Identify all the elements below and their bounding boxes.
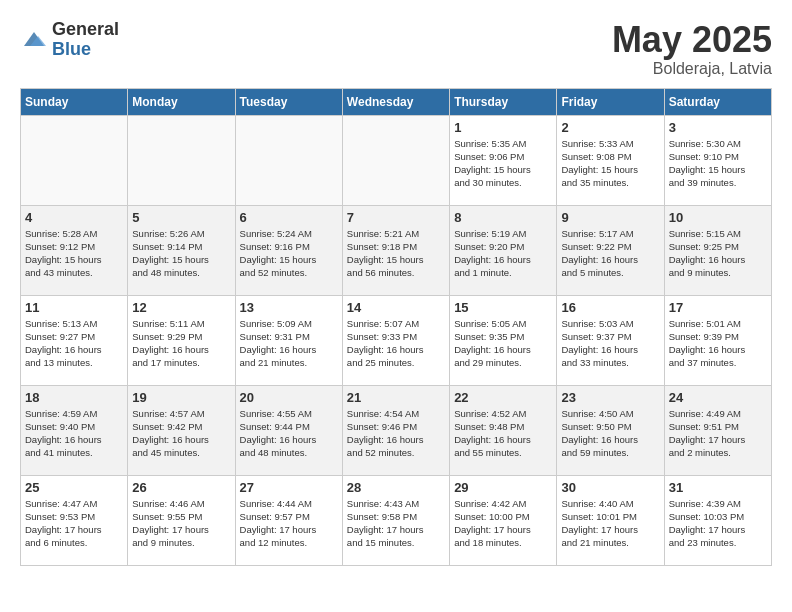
- day-info: Sunrise: 4:59 AM Sunset: 9:40 PM Dayligh…: [25, 407, 123, 460]
- col-header-thursday: Thursday: [450, 88, 557, 115]
- day-info: Sunrise: 4:43 AM Sunset: 9:58 PM Dayligh…: [347, 497, 445, 550]
- day-number: 24: [669, 390, 767, 405]
- calendar-cell: 11Sunrise: 5:13 AM Sunset: 9:27 PM Dayli…: [21, 295, 128, 385]
- day-info: Sunrise: 4:44 AM Sunset: 9:57 PM Dayligh…: [240, 497, 338, 550]
- day-info: Sunrise: 5:13 AM Sunset: 9:27 PM Dayligh…: [25, 317, 123, 370]
- calendar-cell: 10Sunrise: 5:15 AM Sunset: 9:25 PM Dayli…: [664, 205, 771, 295]
- calendar-cell: [235, 115, 342, 205]
- calendar-cell: 21Sunrise: 4:54 AM Sunset: 9:46 PM Dayli…: [342, 385, 449, 475]
- calendar-cell: 6Sunrise: 5:24 AM Sunset: 9:16 PM Daylig…: [235, 205, 342, 295]
- calendar-cell: 17Sunrise: 5:01 AM Sunset: 9:39 PM Dayli…: [664, 295, 771, 385]
- calendar-cell: 24Sunrise: 4:49 AM Sunset: 9:51 PM Dayli…: [664, 385, 771, 475]
- day-number: 4: [25, 210, 123, 225]
- day-info: Sunrise: 5:19 AM Sunset: 9:20 PM Dayligh…: [454, 227, 552, 280]
- calendar-cell: [128, 115, 235, 205]
- calendar-cell: 19Sunrise: 4:57 AM Sunset: 9:42 PM Dayli…: [128, 385, 235, 475]
- day-number: 28: [347, 480, 445, 495]
- day-info: Sunrise: 5:01 AM Sunset: 9:39 PM Dayligh…: [669, 317, 767, 370]
- calendar-cell: [342, 115, 449, 205]
- day-info: Sunrise: 5:03 AM Sunset: 9:37 PM Dayligh…: [561, 317, 659, 370]
- day-number: 15: [454, 300, 552, 315]
- location: Bolderaja, Latvia: [612, 60, 772, 78]
- calendar-cell: 7Sunrise: 5:21 AM Sunset: 9:18 PM Daylig…: [342, 205, 449, 295]
- month-year: May 2025: [612, 20, 772, 60]
- calendar-cell: 30Sunrise: 4:40 AM Sunset: 10:01 PM Dayl…: [557, 475, 664, 565]
- day-info: Sunrise: 4:57 AM Sunset: 9:42 PM Dayligh…: [132, 407, 230, 460]
- calendar-cell: 22Sunrise: 4:52 AM Sunset: 9:48 PM Dayli…: [450, 385, 557, 475]
- logo-blue: Blue: [52, 40, 119, 60]
- day-number: 12: [132, 300, 230, 315]
- calendar-cell: 26Sunrise: 4:46 AM Sunset: 9:55 PM Dayli…: [128, 475, 235, 565]
- day-number: 10: [669, 210, 767, 225]
- day-info: Sunrise: 5:11 AM Sunset: 9:29 PM Dayligh…: [132, 317, 230, 370]
- day-number: 19: [132, 390, 230, 405]
- week-row: 25Sunrise: 4:47 AM Sunset: 9:53 PM Dayli…: [21, 475, 772, 565]
- calendar-cell: 9Sunrise: 5:17 AM Sunset: 9:22 PM Daylig…: [557, 205, 664, 295]
- day-info: Sunrise: 5:33 AM Sunset: 9:08 PM Dayligh…: [561, 137, 659, 190]
- calendar-cell: 3Sunrise: 5:30 AM Sunset: 9:10 PM Daylig…: [664, 115, 771, 205]
- week-row: 18Sunrise: 4:59 AM Sunset: 9:40 PM Dayli…: [21, 385, 772, 475]
- calendar-cell: 27Sunrise: 4:44 AM Sunset: 9:57 PM Dayli…: [235, 475, 342, 565]
- day-number: 9: [561, 210, 659, 225]
- calendar-cell: 29Sunrise: 4:42 AM Sunset: 10:00 PM Dayl…: [450, 475, 557, 565]
- week-row: 4Sunrise: 5:28 AM Sunset: 9:12 PM Daylig…: [21, 205, 772, 295]
- day-info: Sunrise: 4:52 AM Sunset: 9:48 PM Dayligh…: [454, 407, 552, 460]
- day-number: 26: [132, 480, 230, 495]
- day-number: 22: [454, 390, 552, 405]
- day-number: 21: [347, 390, 445, 405]
- calendar-table: SundayMondayTuesdayWednesdayThursdayFrid…: [20, 88, 772, 566]
- day-number: 29: [454, 480, 552, 495]
- day-info: Sunrise: 5:17 AM Sunset: 9:22 PM Dayligh…: [561, 227, 659, 280]
- calendar-cell: 23Sunrise: 4:50 AM Sunset: 9:50 PM Dayli…: [557, 385, 664, 475]
- day-number: 3: [669, 120, 767, 135]
- calendar-cell: 13Sunrise: 5:09 AM Sunset: 9:31 PM Dayli…: [235, 295, 342, 385]
- calendar-cell: 8Sunrise: 5:19 AM Sunset: 9:20 PM Daylig…: [450, 205, 557, 295]
- day-info: Sunrise: 5:07 AM Sunset: 9:33 PM Dayligh…: [347, 317, 445, 370]
- day-number: 6: [240, 210, 338, 225]
- day-info: Sunrise: 5:15 AM Sunset: 9:25 PM Dayligh…: [669, 227, 767, 280]
- calendar-cell: 12Sunrise: 5:11 AM Sunset: 9:29 PM Dayli…: [128, 295, 235, 385]
- day-number: 5: [132, 210, 230, 225]
- day-number: 17: [669, 300, 767, 315]
- day-number: 30: [561, 480, 659, 495]
- col-header-saturday: Saturday: [664, 88, 771, 115]
- col-header-friday: Friday: [557, 88, 664, 115]
- day-number: 14: [347, 300, 445, 315]
- logo-text: General Blue: [52, 20, 119, 60]
- calendar-cell: 5Sunrise: 5:26 AM Sunset: 9:14 PM Daylig…: [128, 205, 235, 295]
- day-number: 25: [25, 480, 123, 495]
- day-info: Sunrise: 4:50 AM Sunset: 9:50 PM Dayligh…: [561, 407, 659, 460]
- calendar-cell: 28Sunrise: 4:43 AM Sunset: 9:58 PM Dayli…: [342, 475, 449, 565]
- day-info: Sunrise: 4:49 AM Sunset: 9:51 PM Dayligh…: [669, 407, 767, 460]
- header-row: SundayMondayTuesdayWednesdayThursdayFrid…: [21, 88, 772, 115]
- calendar-cell: 2Sunrise: 5:33 AM Sunset: 9:08 PM Daylig…: [557, 115, 664, 205]
- day-number: 7: [347, 210, 445, 225]
- week-row: 11Sunrise: 5:13 AM Sunset: 9:27 PM Dayli…: [21, 295, 772, 385]
- page-header: General Blue May 2025 Bolderaja, Latvia: [20, 20, 772, 78]
- calendar-cell: 14Sunrise: 5:07 AM Sunset: 9:33 PM Dayli…: [342, 295, 449, 385]
- col-header-wednesday: Wednesday: [342, 88, 449, 115]
- col-header-tuesday: Tuesday: [235, 88, 342, 115]
- day-number: 20: [240, 390, 338, 405]
- title-block: May 2025 Bolderaja, Latvia: [612, 20, 772, 78]
- week-row: 1Sunrise: 5:35 AM Sunset: 9:06 PM Daylig…: [21, 115, 772, 205]
- day-info: Sunrise: 4:54 AM Sunset: 9:46 PM Dayligh…: [347, 407, 445, 460]
- day-info: Sunrise: 5:35 AM Sunset: 9:06 PM Dayligh…: [454, 137, 552, 190]
- day-number: 27: [240, 480, 338, 495]
- day-number: 18: [25, 390, 123, 405]
- day-number: 16: [561, 300, 659, 315]
- day-info: Sunrise: 4:47 AM Sunset: 9:53 PM Dayligh…: [25, 497, 123, 550]
- calendar-cell: [21, 115, 128, 205]
- calendar-cell: 4Sunrise: 5:28 AM Sunset: 9:12 PM Daylig…: [21, 205, 128, 295]
- col-header-monday: Monday: [128, 88, 235, 115]
- calendar-cell: 1Sunrise: 5:35 AM Sunset: 9:06 PM Daylig…: [450, 115, 557, 205]
- day-info: Sunrise: 5:24 AM Sunset: 9:16 PM Dayligh…: [240, 227, 338, 280]
- calendar-cell: 15Sunrise: 5:05 AM Sunset: 9:35 PM Dayli…: [450, 295, 557, 385]
- calendar-cell: 31Sunrise: 4:39 AM Sunset: 10:03 PM Dayl…: [664, 475, 771, 565]
- calendar-cell: 25Sunrise: 4:47 AM Sunset: 9:53 PM Dayli…: [21, 475, 128, 565]
- day-info: Sunrise: 4:40 AM Sunset: 10:01 PM Daylig…: [561, 497, 659, 550]
- day-info: Sunrise: 5:28 AM Sunset: 9:12 PM Dayligh…: [25, 227, 123, 280]
- calendar-cell: 20Sunrise: 4:55 AM Sunset: 9:44 PM Dayli…: [235, 385, 342, 475]
- day-info: Sunrise: 5:21 AM Sunset: 9:18 PM Dayligh…: [347, 227, 445, 280]
- day-number: 31: [669, 480, 767, 495]
